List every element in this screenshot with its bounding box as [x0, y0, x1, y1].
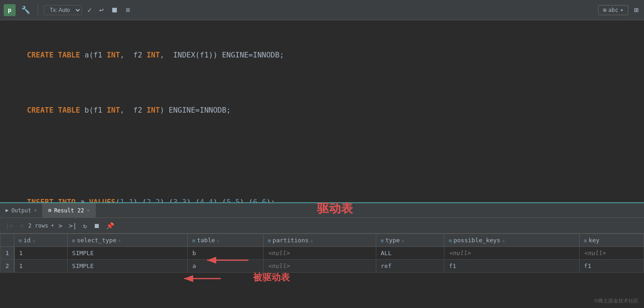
th-id[interactable]: ⊞id⇅	[14, 234, 68, 247]
cell-possible_keys: f1	[444, 260, 579, 273]
results-table: ⊞id⇅ ⊞select_type⇅ ⊞table⇅ ⊞partitions⇅ …	[0, 234, 644, 273]
resize-icon[interactable]: ⊞	[632, 4, 640, 16]
sql-line-5: INSERT INTO a VALUES(1,1),(2,2),(3,3),(4…	[9, 175, 635, 202]
result-tab-close[interactable]: ×	[87, 208, 90, 213]
toolbar-right: ⊞ abc ▾ ⊞	[598, 4, 640, 16]
abc-icon: ⊞	[603, 7, 606, 13]
results-toolbar: |< < 2 rows ▾ > >| ↻ ⏹ 📌 驱动表	[0, 218, 644, 234]
table-header-row: ⊞id⇅ ⊞select_type⇅ ⊞table⇅ ⊞partitions⇅ …	[0, 234, 644, 247]
cell-partitions: <null>	[263, 260, 376, 273]
tab-result22[interactable]: ⊞ Result 22 ×	[43, 203, 96, 217]
abc-label: abc	[608, 7, 618, 13]
abc-chevron-icon: ▾	[620, 7, 623, 13]
th-row-num	[0, 234, 14, 247]
nav-last-button[interactable]: >|	[67, 221, 79, 230]
abc-button[interactable]: ⊞ abc ▾	[598, 5, 628, 15]
cell-select_type: SIMPLE	[67, 247, 187, 260]
output-tab-icon: ▶	[6, 207, 9, 213]
table-row: 11SIMPLEb<null>ALL<null><null>	[0, 247, 644, 260]
annotation-top-area: 驱动表	[317, 200, 353, 217]
th-partitions[interactable]: ⊞partitions⇅	[263, 234, 376, 247]
sql-line-3	[9, 138, 635, 156]
cell-id: 1	[14, 260, 68, 273]
table-row: 21SIMPLEa<null>reff1f1	[0, 260, 644, 273]
annotation-bottom-area: 被驱动表	[253, 271, 290, 284]
th-key[interactable]: ⊞key	[579, 234, 644, 247]
cell-partitions: <null>	[263, 247, 376, 260]
tx-selector[interactable]: Tx: Auto	[44, 5, 82, 15]
p-button[interactable]: p	[4, 4, 16, 16]
cell-key: <null>	[579, 247, 644, 260]
th-table[interactable]: ⊞table⇅	[188, 234, 263, 247]
nav-next-button[interactable]: >	[57, 221, 64, 230]
sql-line-1: CREATE TABLE a(f1 INT, f2 INT, INDEX(f1)…	[9, 28, 635, 83]
rows-dropdown[interactable]: ▾	[51, 222, 54, 228]
th-select-type[interactable]: ⊞select_type⇅	[67, 234, 187, 247]
settings-icon[interactable]: 🔧	[19, 4, 32, 16]
grid-icon[interactable]: ≡	[124, 4, 132, 16]
nav-prev-button[interactable]: <	[18, 221, 25, 230]
undo-icon[interactable]: ↩	[98, 4, 106, 16]
stop-icon[interactable]: ⏹	[109, 4, 120, 16]
cell-type: ref	[376, 260, 444, 273]
sql-editor[interactable]: CREATE TABLE a(f1 INT, f2 INT, INDEX(f1)…	[0, 20, 644, 202]
output-tab-close[interactable]: ×	[34, 208, 37, 213]
cell-table: b	[188, 247, 263, 260]
bottom-panel: ▶ Output × ⊞ Result 22 × |< < 2 rows ▾ >…	[0, 202, 644, 308]
stop-button[interactable]: ⏹	[92, 221, 102, 230]
results-table-wrapper[interactable]: 被驱动表 ⊞id⇅ ⊞select_type⇅ ⊞table⇅ ⊞part	[0, 234, 644, 308]
sql-line-2: CREATE TABLE b(f1 INT, f2 INT) ENGINE=IN…	[9, 83, 635, 138]
annotation-bottom-label: 被驱动表	[253, 272, 290, 282]
row-count: 2 rows	[28, 222, 48, 229]
cell-row_num: 1	[0, 247, 14, 260]
annotation-top-label: 驱动表	[317, 201, 353, 215]
tab-output[interactable]: ▶ Output ×	[0, 203, 43, 217]
result-tab-icon: ⊞	[48, 207, 52, 213]
pin-button[interactable]: 📌	[104, 221, 116, 230]
cell-row_num: 2	[0, 260, 14, 273]
watermark: ©稀土掘金技术社区	[594, 297, 638, 304]
refresh-button[interactable]: ↻	[81, 221, 89, 230]
divider-1	[38, 5, 38, 16]
main-toolbar: p 🔧 Tx: Auto ✓ ↩ ⏹ ≡ ⊞ abc ▾ ⊞	[0, 0, 644, 20]
cell-select_type: SIMPLE	[67, 260, 187, 273]
cell-possible_keys: <null>	[444, 247, 579, 260]
cell-type: ALL	[376, 247, 444, 260]
cell-key: f1	[579, 260, 644, 273]
cell-id: 1	[14, 247, 68, 260]
result-tab-label: Result 22	[54, 207, 84, 214]
th-type[interactable]: ⊞type⇅	[376, 234, 444, 247]
th-possible-keys[interactable]: ⊞possible_keys⇅	[444, 234, 579, 247]
cell-table: a	[188, 260, 263, 273]
output-tab-label: Output	[12, 207, 31, 214]
sql-line-4	[9, 156, 635, 175]
nav-first-button[interactable]: |<	[4, 221, 15, 230]
check-icon[interactable]: ✓	[86, 4, 94, 16]
